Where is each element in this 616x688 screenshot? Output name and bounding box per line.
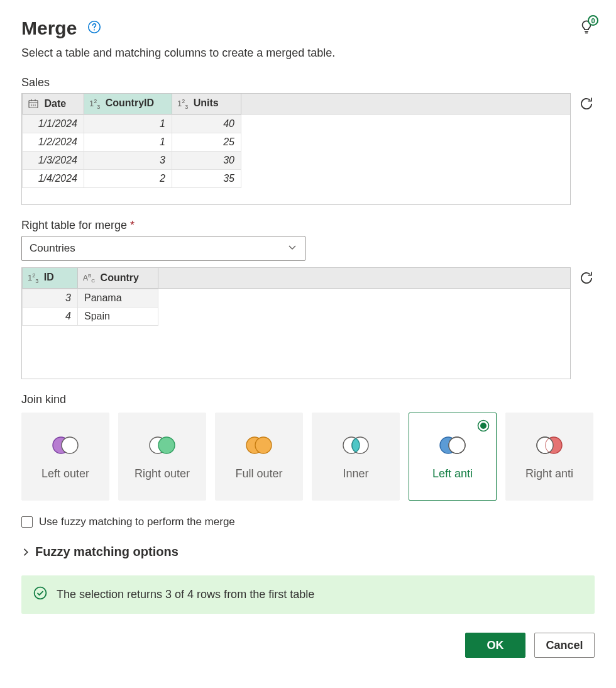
suggestions-count-badge: 0 [588, 15, 598, 26]
join-kind-options: Left outerRight outerFull outerInnerLeft… [21, 413, 595, 501]
table-row[interactable]: 1/4/2024235 [23, 170, 241, 188]
join-kind-right-outer[interactable]: Right outer [118, 413, 206, 501]
join-kind-label: Right outer [131, 467, 194, 481]
status-text: The selection returns 3 of 4 rows from t… [57, 588, 314, 601]
table-row[interactable]: 1/1/2024140 [23, 115, 241, 133]
dialog-button-row: OK Cancel [21, 633, 595, 658]
join-kind-left-anti[interactable]: Left anti [409, 413, 497, 501]
right-table-grid[interactable]: 123 ID ABC Country 3Panama4Spain [21, 267, 571, 379]
join-kind-label: Full outer [231, 467, 286, 481]
checkmark-icon [33, 585, 48, 604]
refresh-icon[interactable] [578, 96, 595, 114]
status-bar: The selection returns 3 of 4 rows from t… [21, 575, 595, 614]
checkbox-icon [21, 516, 33, 528]
table-header-row: Date 123 CountryID 123 Units [23, 94, 241, 114]
svg-point-19 [35, 587, 47, 599]
left-table-label: Sales [21, 76, 595, 89]
refresh-icon[interactable] [578, 270, 595, 289]
fuzzy-options-label: Fuzzy matching options [35, 545, 179, 559]
join-kind-label: Left outer [38, 467, 93, 481]
header-filler [241, 94, 570, 114]
svg-point-1 [94, 30, 95, 31]
column-header-units[interactable]: 123 Units [172, 94, 241, 114]
table-row[interactable]: 3Panama [23, 289, 158, 308]
radio-selected-icon [477, 419, 490, 432]
page-title: Merge [21, 18, 77, 39]
join-kind-left-outer[interactable]: Left outer [21, 413, 109, 501]
required-asterisk: * [130, 219, 135, 231]
dialog-subtitle: Select a table and matching columns to c… [21, 47, 595, 60]
join-kind-label: Right anti [522, 467, 577, 481]
table-row[interactable]: 1/2/2024125 [23, 133, 241, 152]
join-kind-label: Inner [339, 467, 372, 481]
fuzzy-match-label: Use fuzzy matching to perform the merge [39, 516, 235, 528]
dialog-header: Merge 0 [21, 18, 595, 39]
join-kind-label: Join kind [21, 393, 595, 406]
ok-button[interactable]: OK [465, 633, 525, 658]
header-filler [158, 268, 570, 289]
left-table-grid[interactable]: Date 123 CountryID 123 Units 1/1/2024140… [21, 93, 571, 205]
svg-point-12 [480, 423, 487, 429]
table-header-row: 123 ID ABC Country [23, 268, 158, 289]
join-kind-label: Left anti [429, 467, 476, 481]
help-icon[interactable] [87, 19, 102, 37]
column-header-countryid[interactable]: 123 CountryID [84, 94, 172, 114]
table-row[interactable]: 1/3/2024330 [23, 152, 241, 170]
svg-point-4 [62, 437, 78, 453]
join-kind-full-outer[interactable]: Full outer [215, 413, 303, 501]
right-table-label: Right table for merge * [21, 219, 595, 232]
chevron-down-icon [287, 242, 297, 255]
fuzzy-options-expander[interactable]: Fuzzy matching options [21, 545, 595, 559]
table-row[interactable]: 4Spain [23, 308, 158, 326]
svg-point-8 [255, 437, 272, 453]
column-header-date[interactable]: Date [23, 94, 84, 114]
cancel-button[interactable]: Cancel [534, 633, 595, 658]
fuzzy-match-checkbox[interactable]: Use fuzzy matching to perform the merge [21, 516, 595, 528]
right-table-selected-value: Countries [30, 242, 75, 255]
merge-dialog: Merge 0 Select a table and matching colu… [0, 0, 616, 680]
column-header-id[interactable]: 123 ID [23, 268, 78, 289]
svg-point-6 [158, 437, 175, 453]
join-kind-inner[interactable]: Inner [312, 413, 400, 501]
right-table-select[interactable]: Countries [21, 236, 305, 261]
column-header-country[interactable]: ABC Country [78, 268, 158, 289]
suggestions-button[interactable]: 0 [578, 19, 595, 38]
join-kind-right-anti[interactable]: Right anti [505, 413, 593, 501]
